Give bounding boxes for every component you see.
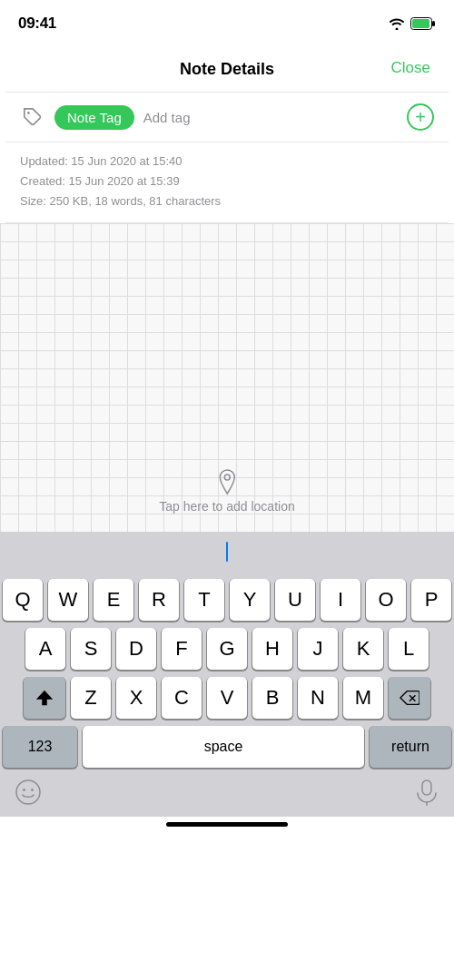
- modal-card: Note Details Close Note Tag Add tag + Up…: [5, 44, 449, 223]
- close-button[interactable]: Close: [391, 59, 430, 77]
- key-t[interactable]: T: [184, 579, 224, 621]
- keyboard-bottom-bar: [0, 775, 454, 817]
- key-m[interactable]: M: [343, 677, 383, 719]
- shift-icon: [35, 688, 54, 708]
- size-line: Size: 250 KB, 18 words, 81 characters: [20, 191, 434, 211]
- svg-point-7: [16, 780, 40, 804]
- key-p[interactable]: P: [411, 579, 451, 621]
- key-y[interactable]: Y: [230, 579, 270, 621]
- location-text: Tap here to add location: [159, 499, 294, 514]
- keyboard-bottom-row: 123 space return: [3, 726, 451, 768]
- emoji-icon: [15, 779, 42, 806]
- key-r[interactable]: R: [139, 579, 179, 621]
- return-key[interactable]: return: [370, 726, 451, 768]
- key-d[interactable]: D: [116, 628, 156, 670]
- svg-point-3: [27, 112, 30, 114]
- status-bar: 09:41: [0, 0, 454, 44]
- created-line: Created: 15 Jun 2020 at 15:39: [20, 172, 434, 191]
- meta-info: Updated: 15 Jun 2020 at 15:40 Created: 1…: [5, 142, 449, 223]
- key-u[interactable]: U: [275, 579, 315, 621]
- grid-area[interactable]: Tap here to add location: [0, 223, 454, 532]
- key-i[interactable]: I: [321, 579, 360, 621]
- keyboard: Q W E R T Y U I O P A S D F G H J K L Z …: [0, 572, 454, 775]
- num-key[interactable]: 123: [3, 726, 77, 768]
- microphone-button[interactable]: [414, 779, 439, 809]
- cursor-area: [0, 532, 454, 572]
- key-o[interactable]: O: [366, 579, 406, 621]
- key-b[interactable]: B: [252, 677, 292, 719]
- backspace-icon: [400, 690, 419, 706]
- num-label: 123: [28, 739, 53, 755]
- key-f[interactable]: F: [162, 628, 202, 670]
- key-w[interactable]: W: [48, 579, 88, 621]
- location-hint[interactable]: Tap here to add location: [159, 468, 294, 514]
- modal-header: Note Details Close: [5, 44, 449, 93]
- key-a[interactable]: A: [25, 628, 65, 670]
- emoji-button[interactable]: [15, 779, 42, 809]
- note-tag-pill[interactable]: Note Tag: [54, 105, 134, 130]
- return-label: return: [391, 739, 429, 755]
- tags-row: Note Tag Add tag +: [5, 93, 449, 142]
- svg-rect-1: [412, 19, 429, 28]
- svg-rect-2: [432, 21, 435, 26]
- key-h[interactable]: H: [252, 628, 292, 670]
- wifi-icon: [389, 17, 405, 30]
- modal-title: Note Details: [180, 60, 274, 79]
- svg-rect-10: [422, 780, 431, 795]
- space-key[interactable]: space: [83, 726, 364, 768]
- key-q[interactable]: Q: [3, 579, 43, 621]
- svg-point-9: [31, 789, 34, 791]
- delete-key[interactable]: [389, 677, 430, 719]
- svg-point-4: [224, 475, 230, 480]
- key-x[interactable]: X: [116, 677, 156, 719]
- add-circle-button[interactable]: +: [407, 103, 434, 131]
- key-n[interactable]: N: [298, 677, 338, 719]
- shift-key[interactable]: [24, 677, 65, 719]
- keyboard-row-2: A S D F G H J K L: [3, 628, 451, 670]
- key-c[interactable]: C: [162, 677, 202, 719]
- microphone-icon: [414, 779, 439, 806]
- svg-point-8: [23, 789, 25, 791]
- tag-icon: [20, 104, 45, 130]
- key-l[interactable]: L: [389, 628, 429, 670]
- status-icons: [389, 17, 436, 30]
- add-tag-button[interactable]: Add tag: [143, 110, 191, 125]
- key-s[interactable]: S: [71, 628, 111, 670]
- space-label: space: [204, 739, 243, 755]
- plus-icon: +: [415, 108, 426, 126]
- status-time: 09:41: [18, 15, 56, 33]
- home-indicator: [166, 822, 288, 827]
- updated-line: Updated: 15 Jun 2020 at 15:40: [20, 152, 434, 172]
- keyboard-row-1: Q W E R T Y U I O P: [3, 579, 451, 621]
- key-j[interactable]: J: [298, 628, 338, 670]
- keyboard-row-3: Z X C V B N M: [3, 677, 451, 719]
- key-k[interactable]: K: [343, 628, 383, 670]
- cursor-bar: [226, 542, 228, 562]
- battery-icon: [410, 17, 436, 30]
- key-g[interactable]: G: [207, 628, 247, 670]
- location-icon: [216, 468, 238, 495]
- key-e[interactable]: E: [94, 579, 133, 621]
- key-v[interactable]: V: [207, 677, 247, 719]
- key-z[interactable]: Z: [71, 677, 111, 719]
